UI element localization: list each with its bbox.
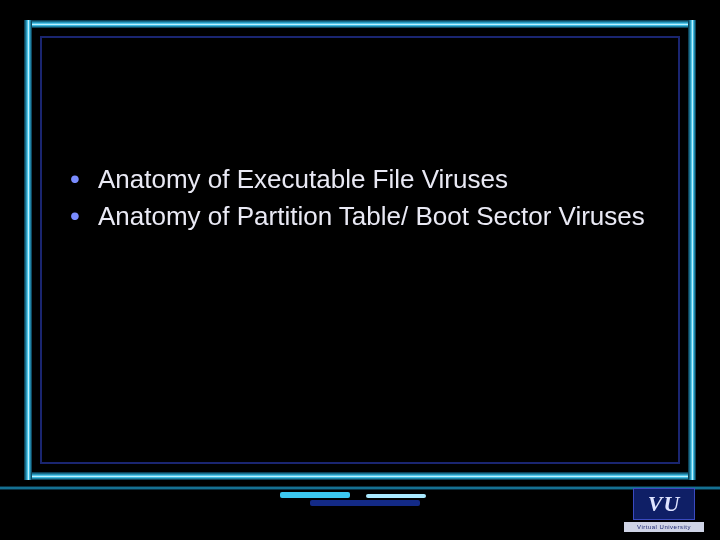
footer-rule: [0, 486, 720, 490]
slide-frame: Anatomy of Executable File Viruses Anato…: [24, 20, 696, 480]
border-left: [24, 20, 32, 480]
slide-body: Anatomy of Executable File Viruses Anato…: [70, 160, 656, 236]
footer-ornament: [280, 492, 440, 512]
vu-logo: VU Virtual University: [622, 488, 706, 532]
list-item: Anatomy of Executable File Viruses: [70, 162, 656, 197]
logo-mark: VU: [633, 488, 695, 520]
border-right: [688, 20, 696, 480]
list-item: Anatomy of Partition Table/ Boot Sector …: [70, 199, 656, 234]
inner-border: [40, 36, 680, 464]
logo-caption: Virtual University: [624, 522, 704, 532]
bullet-list: Anatomy of Executable File Viruses Anato…: [70, 162, 656, 234]
border-top: [24, 20, 696, 28]
border-bottom: [24, 472, 696, 480]
